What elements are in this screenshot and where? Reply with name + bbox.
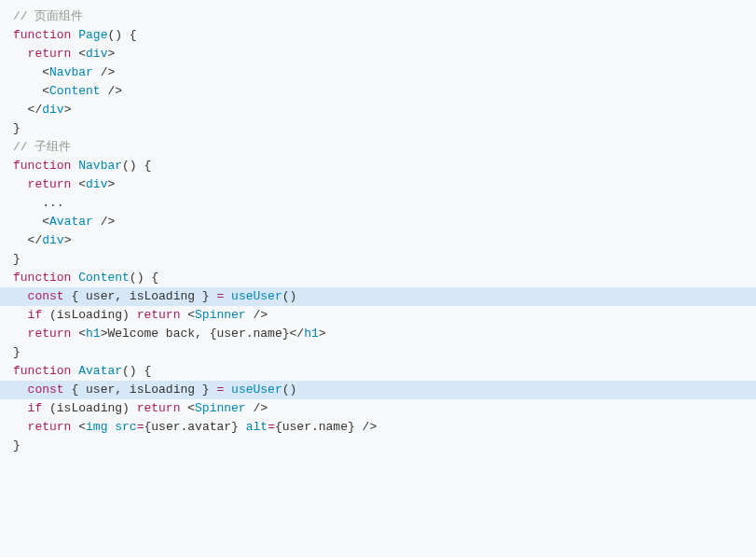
punct: < [71, 47, 86, 61]
text: user.name [282, 420, 348, 434]
tag-name: Navbar [49, 65, 93, 79]
keyword: return [28, 327, 72, 341]
code-line: function Content() { [0, 269, 756, 287]
code-line-highlighted: const { user, isLoading } = useUser() [0, 287, 756, 306]
tag-name: div [86, 177, 107, 191]
punct: < [42, 84, 49, 98]
punct: /> [246, 308, 268, 322]
keyword: return [137, 401, 181, 415]
function-name: useUser [231, 289, 282, 303]
punct: </ [28, 233, 43, 247]
punct: } [13, 252, 21, 266]
text: user.avatar [151, 420, 231, 434]
code-line: function Avatar() { [0, 362, 756, 381]
keyword: function [13, 159, 71, 173]
keyword: if [28, 308, 43, 322]
code-line: } [0, 343, 756, 362]
punct: } [13, 345, 21, 359]
punct: /> [246, 401, 268, 415]
punct: () [282, 289, 297, 303]
code-line: } [0, 119, 756, 138]
tag-name: h1 [86, 327, 101, 341]
keyword: if [28, 401, 43, 415]
tag-name: Spinner [195, 308, 246, 322]
code-line: return <div> [0, 175, 756, 194]
tag-name: div [86, 47, 107, 61]
punct: { [275, 420, 282, 434]
punct: () { [130, 271, 158, 285]
punct: < [42, 65, 49, 79]
punct: < [180, 308, 195, 322]
text [224, 383, 231, 397]
code-line: // 页面组件 [0, 7, 756, 26]
tag-name: Spinner [195, 401, 246, 415]
code-line: // 子组件 [0, 138, 756, 157]
function-name: useUser [231, 383, 282, 397]
attr-name: alt [246, 420, 268, 434]
code-line: return <img src={user.avatar} alt={user.… [0, 418, 756, 437]
comment: // 页面组件 [13, 9, 83, 23]
punct: > [107, 177, 115, 191]
function-name: Navbar [78, 159, 122, 173]
text [239, 420, 246, 434]
tag-name: Content [49, 84, 101, 98]
punct: /> [101, 84, 122, 98]
punct: } [13, 439, 21, 453]
code-line: if (isLoading) return <Spinner /> [0, 399, 756, 418]
punct: < [180, 401, 195, 415]
punct: } [348, 420, 355, 434]
punct: /> [93, 65, 115, 79]
punct: > [319, 327, 326, 341]
punct: > [64, 233, 72, 247]
code-line: <Content /> [0, 82, 756, 101]
punct: < [71, 177, 86, 191]
operator: = [268, 420, 275, 434]
punct: /> [93, 215, 115, 229]
code-line: } [0, 437, 756, 455]
punct: < [71, 327, 86, 341]
keyword: const [28, 383, 64, 397]
text: { user, isLoading } [64, 289, 217, 303]
punct: () [282, 383, 297, 397]
keyword: function [13, 271, 71, 285]
code-line-highlighted: const { user, isLoading } = useUser() [0, 381, 756, 399]
tag-name: img [86, 420, 107, 434]
comment: // 子组件 [13, 140, 71, 154]
code-line: <Navbar /> [0, 63, 756, 82]
keyword: return [28, 420, 72, 434]
keyword: const [28, 289, 64, 303]
code-line: ... [0, 194, 756, 213]
punct: </ [290, 327, 305, 341]
text: user.name [216, 327, 282, 341]
punct: > [64, 103, 72, 117]
punct: } [13, 121, 21, 135]
punct: () { [122, 159, 151, 173]
code-line: function Navbar() { [0, 157, 756, 175]
code-line: <Avatar /> [0, 213, 756, 231]
punct: () { [122, 364, 151, 378]
punct: < [42, 215, 49, 229]
code-line: return <h1>Welcome back, {user.name}</h1… [0, 325, 756, 343]
text: ... [13, 196, 64, 210]
keyword: return [137, 308, 181, 322]
code-line: if (isLoading) return <Spinner /> [0, 306, 756, 325]
punct: < [71, 420, 86, 434]
code-line: </div> [0, 101, 756, 119]
punct: </ [28, 103, 43, 117]
code-block: // 页面组件 function Page() { return <div> <… [0, 7, 756, 455]
text: Welcome back, [107, 327, 209, 341]
text: (isLoading) [42, 401, 136, 415]
keyword: function [13, 364, 71, 378]
text [224, 289, 231, 303]
text: (isLoading) [42, 308, 136, 322]
keyword: return [28, 47, 72, 61]
code-line: </div> [0, 231, 756, 250]
code-line: return <div> [0, 45, 756, 63]
attr-name: src [115, 420, 136, 434]
punct: () { [107, 28, 136, 42]
tag-name: Avatar [49, 215, 93, 229]
keyword: return [28, 177, 72, 191]
punct: } [231, 420, 239, 434]
code-line: function Page() { [0, 26, 756, 45]
function-name: Avatar [78, 364, 122, 378]
